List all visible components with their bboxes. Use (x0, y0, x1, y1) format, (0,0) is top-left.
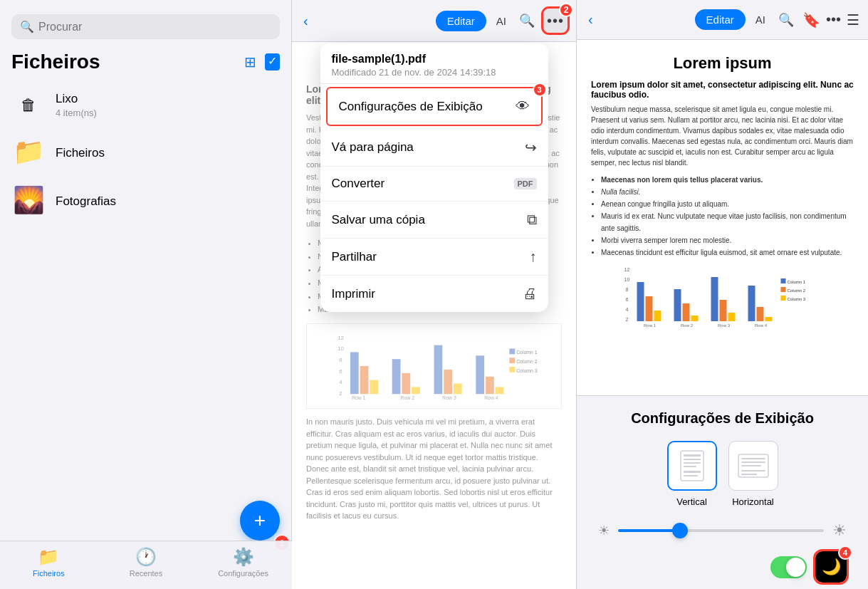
svg-rect-12 (370, 380, 378, 395)
svg-text:8: 8 (339, 357, 343, 363)
layout-vertical[interactable]: Vertical (667, 441, 717, 507)
config-panel: Configurações de Exibição Vertical (577, 396, 868, 589)
right-back-button[interactable]: ‹ (585, 9, 596, 31)
svg-rect-19 (476, 355, 484, 394)
svg-rect-72 (741, 474, 757, 475)
menu-item-converter-label: Converter (332, 177, 385, 191)
file-info: Fotografias (56, 194, 280, 209)
svg-text:2: 2 (339, 390, 342, 397)
svg-rect-46 (728, 313, 736, 321)
menu-item-print[interactable]: Imprimir 🖨 (320, 276, 548, 312)
right-menu-icon[interactable]: ☰ (847, 11, 859, 28)
list-item[interactable]: 🗑 Lixo 4 item(ns) (0, 80, 291, 129)
svg-rect-54 (781, 278, 786, 283)
right-panel: ‹ Editar AI 🔍 🔖 ••• ☰ Lorem ipsum Lorem … (577, 0, 868, 589)
svg-rect-18 (454, 384, 462, 395)
svg-text:8: 8 (626, 287, 629, 292)
svg-rect-48 (757, 307, 764, 321)
bookmark-icon[interactable]: 🔖 (802, 11, 820, 28)
menu-item-save-copy[interactable]: Salvar uma cópia ⧉ (320, 202, 548, 239)
svg-rect-65 (684, 471, 701, 473)
svg-rect-42 (683, 303, 690, 321)
badge-3: 3 (533, 83, 547, 97)
slider-thumb (672, 523, 688, 538)
search-icon: 🔍 (20, 20, 34, 33)
right-doc-body: Vestibulum neque massa, scelerisque sit … (591, 104, 854, 168)
right-doc-subtitle: Lorem ipsum dolor sit amet, consectetur … (591, 80, 854, 100)
svg-rect-62 (684, 459, 701, 460)
svg-rect-21 (496, 387, 504, 395)
right-bullet-list: Maecenas non lorem quis tellus placerat … (591, 174, 854, 259)
layout-vertical-card (667, 441, 717, 491)
svg-rect-71 (741, 470, 765, 471)
svg-text:6: 6 (339, 368, 343, 375)
svg-rect-41 (674, 289, 681, 321)
layout-vertical-label: Vertical (676, 496, 707, 507)
list-item[interactable]: 🌄 Fotografias (0, 177, 291, 226)
menu-item-share[interactable]: Partilhar ↑ (320, 239, 548, 276)
svg-rect-26 (509, 349, 515, 355)
middle-panel: ‹ Editar AI 🔍 ••• 2 file-sample(1).pdf M… (292, 0, 577, 589)
ai-button[interactable]: AI (492, 12, 511, 30)
menu-item-goto[interactable]: Vá para página ↪ (320, 129, 548, 167)
toggle-thumb (786, 558, 805, 577)
list-item[interactable]: 📁 Ficheiros (0, 129, 291, 177)
right-more-button[interactable]: ••• (826, 11, 841, 28)
svg-text:12: 12 (624, 267, 630, 272)
list-view-icon[interactable]: ⊞ (244, 53, 256, 71)
layout-horizontal[interactable]: Horizontal (728, 441, 778, 507)
bullet-item: Aenean congue fringilla justo ut aliquam… (601, 198, 854, 210)
svg-rect-68 (741, 458, 765, 459)
svg-rect-16 (434, 345, 443, 395)
nav-recentes-label: Recentes (130, 569, 162, 578)
svg-rect-20 (486, 377, 494, 395)
dark-mode-icon-wrap[interactable]: 🌙 4 (815, 551, 847, 583)
search-bar[interactable]: 🔍 (11, 14, 280, 39)
menu-item-converter[interactable]: Converter PDF (320, 167, 548, 202)
svg-text:2: 2 (626, 317, 629, 322)
svg-text:🗑: 🗑 (21, 96, 36, 114)
back-button[interactable]: ‹ (300, 10, 311, 32)
bullet-item: Mauris id ex erat. Nunc vulputate neque … (601, 210, 854, 234)
moon-icon: 🌙 (822, 558, 841, 576)
eye-icon: 👁 (516, 98, 530, 115)
brightness-low-icon: ☀ (598, 523, 610, 538)
file-meta: 4 item(ns) (56, 108, 280, 118)
add-button[interactable]: + (240, 501, 280, 541)
search-input[interactable] (38, 21, 271, 33)
dropdown-filename: file-sample(1).pdf (332, 53, 537, 66)
svg-rect-56 (781, 287, 786, 292)
svg-text:4: 4 (626, 307, 629, 312)
bar-chart: 12 10 8 6 4 2 (314, 331, 554, 401)
more-options-button[interactable]: ••• 2 (543, 9, 568, 33)
theme-toggle[interactable] (770, 556, 807, 578)
svg-rect-64 (684, 466, 696, 467)
right-ai-button[interactable]: AI (751, 11, 770, 28)
svg-rect-40 (654, 311, 662, 321)
right-chart: 12 10 8 6 4 2 Row 1 Row 2 Ro (591, 264, 854, 328)
checkmark-icon[interactable]: ✓ (265, 53, 280, 71)
menu-item-share-label: Partilhar (332, 250, 377, 264)
search-doc-button[interactable]: 🔍 (516, 10, 538, 31)
nav-recentes[interactable]: 🕐 Recentes (117, 547, 174, 578)
svg-text:Column 1: Column 1 (788, 280, 806, 284)
svg-rect-10 (350, 353, 359, 395)
dropdown-menu: file-sample(1).pdf Modificado 21 de nov.… (320, 43, 548, 312)
brightness-slider[interactable] (618, 529, 824, 532)
file-name: Fotografias (56, 194, 280, 209)
svg-text:Row 1: Row 1 (352, 395, 366, 400)
menu-item-config[interactable]: Configurações de Exibição 👁 3 (326, 87, 543, 126)
nav-files[interactable]: 📁 Ficheiros (20, 547, 77, 578)
edit-button[interactable]: Editar (436, 11, 486, 31)
right-search-button[interactable]: 🔍 (775, 9, 797, 31)
svg-rect-49 (765, 317, 773, 321)
copy-icon: ⧉ (527, 212, 537, 228)
share-icon: ↑ (530, 249, 537, 265)
svg-rect-15 (412, 387, 420, 395)
bullet-item: Maecenas tincidunt est efficitur ligula … (601, 246, 854, 259)
right-edit-button[interactable]: Editar (695, 9, 746, 30)
dropdown-header: file-sample(1).pdf Modificado 21 de nov.… (320, 43, 548, 84)
vertical-layout-icon (679, 449, 705, 482)
nav-config[interactable]: ⚙️ Configurações (215, 547, 272, 578)
svg-rect-30 (509, 367, 515, 372)
